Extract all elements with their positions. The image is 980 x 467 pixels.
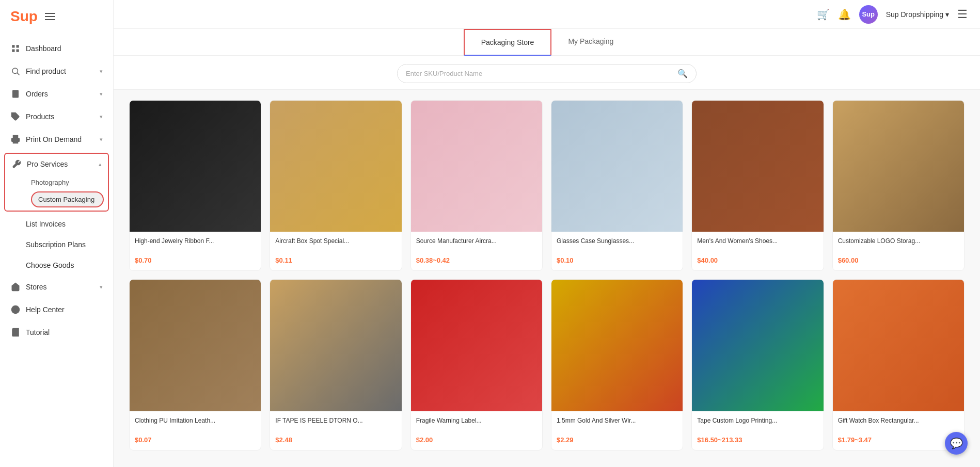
sidebar-item-stores[interactable]: Stores ▾	[0, 276, 113, 298]
sidebar-item-print-on-demand[interactable]: Print On Demand ▾	[0, 128, 113, 151]
product-name: Source Manufacturer Aircra...	[416, 237, 537, 253]
svg-rect-1	[17, 45, 19, 47]
cart-icon[interactable]: 🛒	[817, 8, 830, 21]
product-image	[130, 101, 261, 232]
sidebar-item-list-invoices[interactable]: List Invoices	[0, 214, 113, 234]
product-price: $0.11	[275, 256, 396, 264]
product-card[interactable]: Tape Custom Logo Printing... $16.50~213.…	[691, 279, 824, 450]
product-price: $0.38~0.42	[416, 256, 537, 264]
app-logo: Sup	[10, 8, 38, 25]
content-area: Packaging Store My Packaging 🔍 High-end	[114, 29, 980, 467]
svg-rect-0	[12, 45, 14, 47]
product-name: High-end Jewelry Ribbon F...	[135, 237, 256, 253]
sidebar-item-products[interactable]: Products ▾	[0, 105, 113, 128]
product-card[interactable]: Fragile Warning Label... $2.00	[410, 279, 543, 450]
product-price: $2.00	[416, 436, 537, 444]
sidebar-item-pro-services-label: Pro Services	[27, 160, 68, 168]
product-card[interactable]: High-end Jewelry Ribbon F... $0.70	[129, 100, 261, 271]
search-input[interactable]	[406, 70, 677, 77]
product-name: Tape Custom Logo Printing...	[697, 416, 818, 433]
chevron-down-icon: ▾	[100, 114, 103, 120]
product-card[interactable]: Gift Watch Box Rectangular... $1.79~3.47	[832, 279, 965, 450]
hamburger-main-icon[interactable]: ☰	[957, 8, 968, 21]
search-icon	[10, 66, 21, 76]
product-card[interactable]: Source Manufacturer Aircra... $0.38~0.42	[410, 100, 543, 271]
product-image	[692, 280, 823, 411]
sidebar-item-photography[interactable]: Photography	[31, 174, 108, 190]
product-card[interactable]: 1.5mm Gold And Silver Wir... $2.29	[551, 279, 683, 450]
svg-rect-8	[13, 140, 18, 143]
store-icon	[10, 282, 21, 292]
svg-point-7	[13, 114, 14, 115]
sidebar-item-print-on-demand-label: Print On Demand	[26, 135, 82, 143]
sidebar-item-choose-goods[interactable]: Choose Goods	[0, 255, 113, 276]
chevron-down-icon: ▾	[100, 68, 103, 75]
tab-my-packaging[interactable]: My Packaging	[551, 29, 630, 56]
sidebar-item-tutorial-label: Tutorial	[26, 328, 50, 336]
product-image	[551, 280, 683, 411]
product-price: $40.00	[697, 256, 818, 264]
sidebar-item-tutorial[interactable]: Tutorial	[0, 321, 113, 344]
chevron-down-icon: ▾	[945, 10, 949, 19]
sidebar-item-custom-packaging[interactable]: Custom Packaging	[31, 191, 104, 207]
product-image-wrap	[551, 280, 683, 411]
sidebar-item-help-center[interactable]: Help Center	[0, 298, 113, 321]
product-price: $60.00	[838, 256, 959, 264]
product-image-wrap	[130, 101, 261, 232]
chevron-down-icon: ▾	[100, 91, 103, 98]
clipboard-icon	[10, 89, 21, 99]
tool-icon	[11, 159, 22, 169]
product-image	[692, 101, 823, 232]
tabs-bar: Packaging Store My Packaging	[114, 29, 980, 56]
search-submit-icon[interactable]: 🔍	[677, 69, 688, 78]
product-info: Fragile Warning Label... $2.00	[411, 411, 542, 450]
product-card[interactable]: Clothing PU Imitation Leath... $0.07	[129, 279, 261, 450]
sidebar-item-subscription-plans[interactable]: Subscription Plans	[0, 234, 113, 255]
product-image-wrap	[833, 280, 964, 411]
product-info: Customizable LOGO Storag... $60.00	[833, 232, 964, 270]
tab-packaging-store[interactable]: Packaging Store	[464, 29, 552, 56]
product-info: High-end Jewelry Ribbon F... $0.70	[130, 232, 261, 270]
sidebar-item-list-invoices-label: List Invoices	[26, 220, 66, 228]
product-image	[130, 280, 261, 411]
sidebar-nav: Dashboard Find product ▾ Orders ▾ Produc…	[0, 33, 113, 467]
product-card[interactable]: Aircraft Box Spot Special... $0.11	[270, 100, 402, 271]
sidebar-item-choose-goods-label: Choose Goods	[26, 261, 74, 269]
print-icon	[10, 134, 21, 144]
product-image	[270, 101, 401, 232]
chat-button[interactable]: 💬	[945, 432, 968, 455]
product-card[interactable]: Men's And Women's Shoes... $40.00	[691, 100, 824, 271]
svg-line-5	[17, 73, 19, 75]
product-image-wrap	[130, 280, 261, 411]
grid-icon	[10, 43, 21, 54]
sidebar-logo-area: Sup	[0, 0, 113, 33]
sidebar-item-stores-label: Stores	[26, 283, 46, 291]
sidebar-item-dashboard-label: Dashboard	[26, 44, 61, 53]
bell-icon[interactable]: 🔔	[838, 8, 851, 21]
product-price: $1.79~3.47	[838, 436, 959, 444]
sidebar-item-find-product-label: Find product	[26, 67, 66, 75]
sidebar-item-find-product[interactable]: Find product ▾	[0, 60, 113, 83]
product-card[interactable]: Customizable LOGO Storag... $60.00	[832, 100, 965, 271]
sidebar-item-orders[interactable]: Orders ▾	[0, 83, 113, 105]
product-price: $0.70	[135, 256, 256, 264]
sidebar-item-custom-packaging-label: Custom Packaging	[38, 196, 94, 203]
product-price: $2.48	[275, 436, 396, 444]
tab-my-packaging-label: My Packaging	[568, 37, 613, 45]
product-card[interactable]: Glasses Case Sunglasses... $0.10	[551, 100, 683, 271]
sidebar-item-products-label: Products	[26, 112, 54, 121]
product-image-wrap	[270, 101, 401, 232]
user-dropdown[interactable]: Sup Dropshipping ▾	[886, 10, 949, 19]
sidebar-item-dashboard[interactable]: Dashboard	[0, 37, 113, 60]
product-image-wrap	[411, 101, 542, 232]
product-card[interactable]: IF TAPE IS PEELE DTORN O... $2.48	[270, 279, 402, 450]
chevron-up-icon: ▴	[99, 161, 102, 168]
product-name: IF TAPE IS PEELE DTORN O...	[275, 416, 396, 433]
sidebar-item-pro-services[interactable]: Pro Services ▴	[5, 154, 108, 174]
product-info: Glasses Case Sunglasses... $0.10	[551, 232, 683, 270]
hamburger-menu-icon[interactable]	[45, 13, 55, 20]
search-bar-wrap: 🔍	[114, 56, 980, 90]
product-name: Aircraft Box Spot Special...	[275, 237, 396, 253]
help-icon	[10, 304, 21, 315]
chevron-down-icon: ▾	[100, 284, 103, 291]
